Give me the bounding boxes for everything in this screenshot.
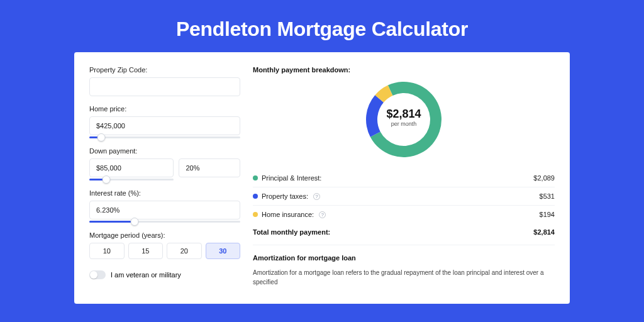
- total-label: Total monthly payment:: [253, 228, 330, 236]
- legend-value: $2,089: [533, 174, 555, 182]
- down-slider[interactable]: [89, 179, 174, 180]
- breakdown-panel: Monthly payment breakdown: $2,814 per mo…: [253, 66, 555, 290]
- help-icon[interactable]: ?: [319, 211, 326, 218]
- veteran-row: I am veteran or military: [89, 270, 240, 279]
- period-option-10[interactable]: 10: [89, 243, 125, 259]
- down-slider-thumb[interactable]: [102, 175, 110, 184]
- legend-dot-icon: [253, 175, 258, 180]
- price-field: Home price:: [89, 105, 240, 138]
- down-field: Down payment:: [89, 147, 240, 180]
- period-field: Mortgage period (years): 10152030: [89, 231, 240, 259]
- down-label: Down payment:: [89, 147, 240, 155]
- legend-value: $194: [540, 211, 555, 218]
- down-amount-input[interactable]: [89, 158, 174, 177]
- price-slider[interactable]: [89, 136, 240, 138]
- price-slider-thumb[interactable]: [97, 133, 106, 142]
- legend-dot-icon: [253, 212, 258, 217]
- period-option-15[interactable]: 15: [128, 243, 164, 259]
- period-segmented: 10152030: [89, 243, 240, 259]
- price-label: Home price:: [89, 105, 240, 113]
- zip-field: Property Zip Code:: [89, 66, 240, 96]
- amort-text: Amortization for a mortgage loan refers …: [253, 268, 555, 287]
- down-pct-input[interactable]: [179, 158, 240, 177]
- calculator-card: Property Zip Code: Home price: Down paym…: [74, 52, 570, 304]
- legend-row: Principal & Interest:$2,089: [253, 169, 555, 187]
- rate-slider-thumb[interactable]: [131, 218, 139, 226]
- breakdown-title: Monthly payment breakdown:: [253, 66, 555, 74]
- amortization-section: Amortization for mortgage loan Amortizat…: [253, 245, 555, 287]
- rate-label: Interest rate (%):: [89, 189, 240, 197]
- legend-row: Property taxes:?$531: [253, 187, 555, 206]
- legend-label: Home insurance:: [262, 211, 314, 218]
- form-panel: Property Zip Code: Home price: Down paym…: [89, 66, 240, 290]
- amort-title: Amortization for mortgage loan: [253, 254, 555, 262]
- legend-value: $531: [540, 192, 555, 200]
- zip-label: Property Zip Code:: [89, 66, 240, 74]
- rate-slider[interactable]: [89, 221, 240, 223]
- help-icon[interactable]: ?: [313, 193, 320, 200]
- rate-field: Interest rate (%):: [89, 189, 240, 223]
- period-option-30[interactable]: 30: [206, 243, 241, 259]
- donut-sub: per month: [379, 121, 429, 127]
- calculator-frame: Property Zip Code: Home price: Down paym…: [74, 52, 570, 304]
- legend-label: Principal & Interest:: [262, 174, 321, 182]
- donut-chart: $2,814 per month: [253, 76, 555, 169]
- veteran-label: I am veteran or military: [111, 271, 181, 279]
- legend-row: Home insurance:?$194: [253, 206, 555, 223]
- price-input[interactable]: [89, 116, 240, 135]
- legend-label: Property taxes:: [262, 192, 308, 200]
- period-label: Mortgage period (years):: [89, 231, 240, 239]
- period-option-20[interactable]: 20: [167, 243, 202, 259]
- zip-input[interactable]: [89, 77, 240, 96]
- total-row: Total monthly payment: $2,814: [253, 223, 555, 245]
- legend-list: Principal & Interest:$2,089Property taxe…: [253, 169, 555, 223]
- veteran-toggle[interactable]: [89, 270, 106, 279]
- legend-dot-icon: [253, 194, 258, 199]
- donut-amount: $2,814: [379, 108, 429, 121]
- donut-svg: $2,814 per month: [363, 79, 445, 160]
- total-value: $2,814: [533, 228, 555, 236]
- rate-input[interactable]: [89, 201, 240, 219]
- page-title: Pendleton Mortgage Calculator: [0, 18, 644, 41]
